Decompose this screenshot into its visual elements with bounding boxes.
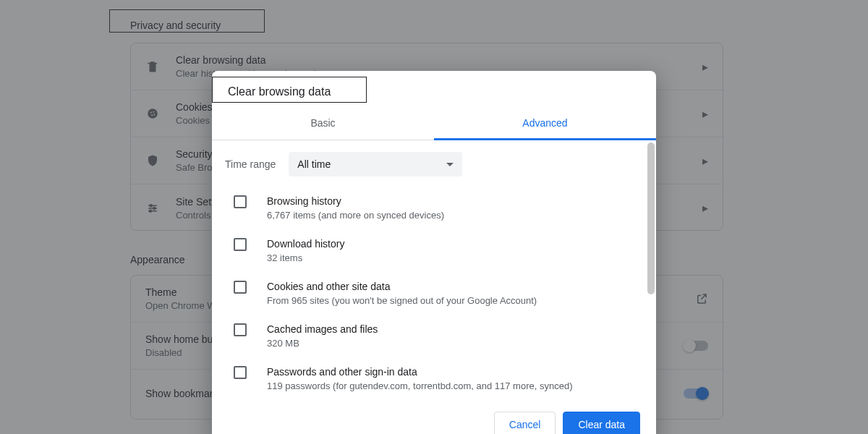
option-sublabel: 32 items: [267, 251, 344, 265]
time-range-select[interactable]: All time: [289, 152, 462, 176]
option-sublabel: From 965 sites (you won't be signed out …: [267, 294, 537, 307]
checkbox[interactable]: [234, 238, 247, 251]
option-browsing-history[interactable]: Browsing history 6,767 items (and more o…: [225, 187, 646, 229]
scrollbar-thumb[interactable]: [647, 142, 655, 294]
option-label: Download history: [267, 237, 344, 251]
option-label: Cookies and other site data: [267, 279, 537, 294]
option-sublabel: 119 passwords (for gutendev.com, torrent…: [267, 379, 572, 393]
tab-advanced[interactable]: Advanced: [434, 106, 656, 140]
checkbox[interactable]: [234, 323, 247, 336]
option-label: Cached images and files: [267, 322, 378, 336]
caret-down-icon: [446, 163, 454, 166]
option-cookies[interactable]: Cookies and other site data From 965 sit…: [225, 272, 646, 315]
time-range-row: Time range All time: [225, 140, 646, 187]
tab-basic[interactable]: Basic: [212, 106, 434, 140]
option-sublabel: 320 MB: [267, 336, 378, 350]
dialog-tabs: Basic Advanced: [212, 106, 656, 140]
time-range-value: All time: [297, 158, 331, 170]
option-sublabel: 6,767 items (and more on synced devices): [267, 208, 444, 222]
option-cached[interactable]: Cached images and files 320 MB: [225, 315, 646, 357]
time-range-label: Time range: [225, 158, 276, 170]
clear-browsing-data-dialog: Clear browsing data Basic Advanced Time …: [212, 71, 656, 434]
dialog-footer: Cancel Clear data: [212, 402, 656, 434]
clear-data-button[interactable]: Clear data: [563, 412, 640, 434]
option-label: Passwords and other sign-in data: [267, 365, 572, 379]
option-passwords[interactable]: Passwords and other sign-in data 119 pas…: [225, 357, 646, 400]
cancel-button[interactable]: Cancel: [494, 412, 556, 434]
option-download-history[interactable]: Download history 32 items: [225, 229, 646, 272]
checkbox[interactable]: [234, 366, 247, 379]
annotation-box-dialog-title: [212, 77, 367, 103]
checkbox[interactable]: [234, 195, 247, 208]
dialog-body: Time range All time Browsing history 6,7…: [212, 140, 656, 402]
checkbox[interactable]: [234, 281, 247, 294]
option-label: Browsing history: [267, 194, 444, 208]
